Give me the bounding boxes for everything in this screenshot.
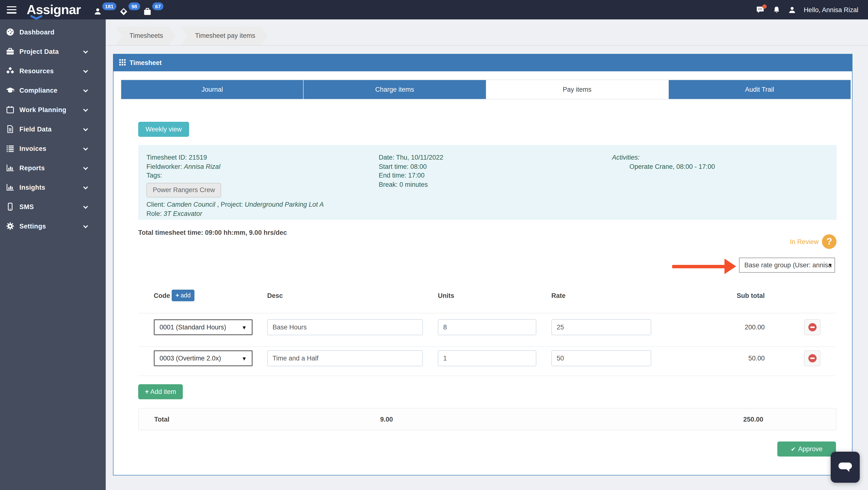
top-bar: Assignar 181 98 67 <box>0 0 868 20</box>
role-line: Role: 3T Excavator <box>147 209 324 218</box>
calendar-icon <box>6 105 14 114</box>
client-project-line: Client: Camden Council , Project: Underg… <box>147 200 324 209</box>
fieldworkers-counter[interactable]: 181 <box>93 2 116 18</box>
weekly-view-button[interactable]: Weekly view <box>138 122 189 137</box>
column-header-subtotal: Sub total <box>686 292 765 299</box>
add-item-button[interactable]: +Add item <box>138 384 183 399</box>
delete-row1-button[interactable] <box>804 319 820 335</box>
chevron-down-icon <box>83 126 88 131</box>
chevron-down-icon <box>83 49 88 54</box>
assets-counter[interactable]: 98 <box>119 2 140 18</box>
desc-input-row2[interactable] <box>267 350 423 366</box>
minus-circle-icon <box>808 354 816 363</box>
panel-header: Timesheet <box>114 54 852 71</box>
hamburger-menu-icon[interactable] <box>7 6 17 13</box>
delete-row2-button[interactable] <box>804 350 820 366</box>
chat-bubble-icon <box>837 460 853 474</box>
user-greeting[interactable]: Hello, Annisa Rizal <box>804 6 858 13</box>
pay-item-code-select-row1[interactable]: 0001 (Standard Hours) ▼ <box>154 319 253 335</box>
units-input-row2[interactable] <box>438 350 536 366</box>
sidebar-item-reports[interactable]: Reports <box>0 158 106 178</box>
tab-bar: Journal Charge items Pay items Audit Tra… <box>121 80 851 99</box>
chevron-down-icon <box>83 146 88 151</box>
chat-widget-button[interactable] <box>831 452 860 483</box>
info-column-left: Timesheet ID: 21519 Fieldworker: Annisa … <box>147 153 324 218</box>
rate-input-row2[interactable] <box>551 350 651 366</box>
column-header-desc: Desc <box>267 292 283 299</box>
tab-audit-trail[interactable]: Audit Trail <box>669 80 851 99</box>
plus-icon: + <box>176 292 179 299</box>
sidebar-item-compliance[interactable]: Compliance <box>0 81 106 100</box>
subtotal-row1: 200.00 <box>686 324 765 331</box>
tab-charge-items[interactable]: Charge items <box>304 80 486 99</box>
total-timesheet-time: Total timesheet time: 09:00 hh:mm, 9.00 … <box>138 229 287 236</box>
chevron-down-icon <box>83 204 88 209</box>
user-account-button[interactable] <box>788 6 797 14</box>
chevron-down-icon <box>83 107 88 112</box>
topbar-counters: 181 98 67 <box>93 2 166 18</box>
end-time-line: End time: 17:00 <box>379 171 443 180</box>
topbar-right: Hello, Annisa Rizal <box>756 6 858 14</box>
briefcase-icon <box>143 7 152 18</box>
bar-chart-icon <box>6 183 14 192</box>
breadcrumb-timesheet-pay-items[interactable]: Timesheet pay items <box>181 27 268 45</box>
cube-icon <box>119 7 128 18</box>
desc-input-row1[interactable] <box>267 319 423 335</box>
sidebar-item-resources[interactable]: Resources <box>0 61 106 81</box>
app-logo[interactable]: Assignar <box>27 3 81 16</box>
status-indicator: In Review ? <box>790 234 837 249</box>
question-help-icon[interactable]: ? <box>822 234 837 249</box>
row-divider <box>138 346 835 347</box>
approve-button[interactable]: ✔Approve <box>777 441 836 457</box>
totals-row: Total 9.00 250.00 <box>138 408 836 430</box>
chevron-down-icon <box>83 88 88 92</box>
sidebar-item-field-data[interactable]: Field Data <box>0 119 106 139</box>
notifications-bell-button[interactable] <box>773 6 781 14</box>
sidebar-item-dashboard[interactable]: Dashboard <box>0 22 106 42</box>
sidebar-item-insights[interactable]: Insights <box>0 178 106 197</box>
breadcrumb-divider <box>106 45 868 46</box>
jobs-counter[interactable]: 67 <box>143 2 164 18</box>
graduation-cap-icon <box>6 86 14 95</box>
tag-chip: Power Rangers Crew <box>147 183 221 198</box>
panel-body: Journal Charge items Pay items Audit Tra… <box>114 71 852 475</box>
date-line: Date: Thu, 10/11/2022 <box>379 153 443 162</box>
minus-circle-icon <box>808 323 816 332</box>
annotation-arrow-head <box>724 259 736 274</box>
fieldworker-line: Fieldworker: Annisa Rizal <box>147 162 324 171</box>
gear-icon <box>6 222 14 230</box>
breadcrumb-timesheets[interactable]: Timesheets <box>115 27 176 45</box>
sidebar-item-sms[interactable]: SMS <box>0 197 106 217</box>
sidebar-item-settings[interactable]: Settings <box>0 217 106 236</box>
grid-icon <box>119 59 126 67</box>
rate-group-select[interactable]: Base rate group (User: annisa ▼ <box>739 258 835 273</box>
document-icon <box>6 125 14 134</box>
sidebar-item-invoices[interactable]: Invoices <box>0 139 106 158</box>
column-header-units: Units <box>438 292 454 299</box>
add-code-button[interactable]: +add <box>172 290 194 301</box>
info-column-right: Activities: Operate Crane, 08:00 - 17:00 <box>612 153 715 171</box>
pay-item-code-select-row2[interactable]: 0003 (Overtime 2.0x) ▼ <box>154 350 253 366</box>
info-column-middle: Date: Thu, 10/11/2022 Start time: 08:00 … <box>379 153 443 189</box>
rate-input-row1[interactable] <box>551 319 651 335</box>
tags-label: Tags: <box>147 171 324 180</box>
caret-down-icon: ▼ <box>828 262 833 268</box>
sidebar-item-work-planning[interactable]: Work Planning <box>0 100 106 119</box>
unread-indicator <box>763 4 767 8</box>
activities-label: Activities: <box>612 153 715 162</box>
total-units: 9.00 <box>380 416 393 423</box>
status-badge: In Review <box>790 238 819 245</box>
units-input-row1[interactable] <box>438 319 536 335</box>
sidebar-item-project-data[interactable]: Project Data <box>0 42 106 61</box>
tab-journal[interactable]: Journal <box>121 80 304 99</box>
dashboard-gauge-icon <box>6 28 14 36</box>
activity-line: Operate Crane, 08:00 - 17:00 <box>612 162 715 171</box>
column-header-code: Code <box>154 292 170 299</box>
chevron-down-icon <box>83 165 88 170</box>
messages-button[interactable] <box>756 6 766 14</box>
timesheet-info-box: Timesheet ID: 21519 Fieldworker: Annisa … <box>138 145 836 220</box>
caret-down-icon: ▼ <box>242 355 247 361</box>
panel-title: Timesheet <box>129 59 162 66</box>
tab-pay-items[interactable]: Pay items <box>486 80 669 99</box>
briefcase-icon <box>6 47 14 56</box>
